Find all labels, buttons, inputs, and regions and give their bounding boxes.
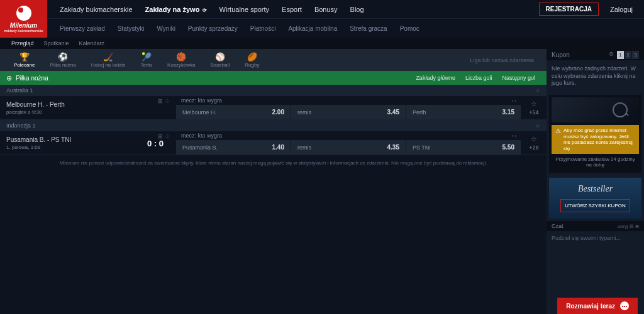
logo-subtitle: zakłady bukmacherskie — [4, 29, 43, 33]
match-info[interactable]: Pusamania B. - PS TNI 1. połowa, 1:08 0 … — [0, 131, 176, 154]
betslip-title: Kupon — [552, 51, 570, 58]
sport-nav: 🏆Polecane ⚽Piłka nożna 🏒Hokej na lodzie … — [0, 49, 547, 71]
quick-coupon-button[interactable]: UTWÓRZ SZYBKI KUPON — [560, 199, 630, 212]
nav-wrapper: Zakłady bukmacherskie Zakłady na żywo ⟳ … — [47, 0, 644, 38]
chat-bubble-icon: ••• — [620, 301, 629, 310]
market-nav-arrows[interactable]: ‹ › — [511, 133, 516, 139]
chat-hide-button[interactable]: ukryj ⊟ R — [618, 224, 639, 229]
outcome-away[interactable]: Perth3.15 — [406, 105, 521, 119]
more-markets[interactable]: +28 — [529, 144, 538, 151]
chat-header: Czat ukryj ⊟ R — [547, 221, 644, 231]
match-row: Melbourne H. - Perth początek o 9:30 ⊞ ♤… — [0, 96, 547, 120]
subnav-wyniki[interactable]: Wyniki — [151, 25, 182, 32]
outcome-draw[interactable]: remis3.45 — [291, 105, 406, 119]
trophy-icon: 🏆 — [19, 52, 30, 62]
login-warning: ⚠ Aby móc grać przez Internet musisz być… — [552, 125, 639, 154]
live-indicator-icon: ⟳ — [201, 8, 206, 13]
nav-blog[interactable]: Blog — [344, 6, 370, 13]
match-teams: Melbourne H. - Perth — [6, 101, 170, 108]
market-nav-arrows[interactable]: ‹ › — [511, 98, 516, 104]
warning-icon: ⚠ — [555, 127, 561, 151]
logo[interactable]: Milenium zakłady bukmacherskie — [0, 0, 47, 38]
match-info[interactable]: Melbourne H. - Perth początek o 9:30 ⊞ ♤ — [0, 96, 176, 119]
more-markets[interactable]: +54 — [529, 109, 538, 116]
match-action-icons[interactable]: ⊞ ♤ — [158, 133, 170, 139]
sport-polecane[interactable]: 🏆Polecane — [6, 52, 42, 68]
basketball-icon: 🏀 — [176, 52, 186, 62]
betslip-tab-1[interactable]: 1 — [617, 51, 624, 59]
favorite-icon[interactable]: ☆ — [531, 100, 537, 108]
match-action-icons[interactable]: ⊞ ♤ — [158, 98, 170, 104]
nav-primary: Zakłady bukmacherskie Zakłady na żywo ⟳ … — [47, 0, 644, 19]
header: Milenium zakłady bukmacherskie Zakłady b… — [0, 0, 644, 38]
tennis-icon: 🎾 — [142, 52, 152, 62]
hockey-icon: 🏒 — [103, 52, 113, 62]
match-teams: Pusamania B. - PS TNI — [6, 136, 170, 143]
nav-secondary: Pierwszy zakład Statystyki Wyniki Punkty… — [47, 19, 644, 38]
outcome-home[interactable]: Melbourne H.2.00 — [176, 105, 291, 119]
match-score: 0 : 0 — [147, 138, 164, 148]
league-header: Indonezja 1 ☆ — [0, 120, 547, 131]
sport-hockey[interactable]: 🏒Hokej na lodzie — [84, 52, 133, 68]
subnav-strefa[interactable]: Strefa gracza — [343, 25, 393, 32]
sport-basketball[interactable]: 🏀Koszykówka — [160, 52, 203, 68]
match-markets: mecz: kto wygra‹ › Melbourne H.2.00 remi… — [176, 96, 521, 119]
nav-live[interactable]: Zakłady na żywo ⟳ — [139, 6, 213, 13]
promo-footer: Przyjmowanie zakładów 24 godziny na dobę — [552, 154, 639, 170]
filter-next-goal[interactable]: Następny gol — [497, 75, 540, 81]
settings-icon[interactable]: ⚙ — [609, 51, 614, 59]
match-time: początek o 9:30 — [6, 109, 170, 115]
match-row: Pusamania B. - PS TNI 1. połowa, 1:08 0 … — [0, 131, 547, 155]
outcome-away[interactable]: PS TNI5.50 — [406, 140, 521, 154]
promo-image[interactable] — [552, 97, 639, 122]
star-icon[interactable]: ☆ — [535, 87, 540, 94]
star-icon[interactable]: ☆ — [535, 122, 540, 129]
live-chat-button[interactable]: Rozmawiaj teraz ••• — [557, 298, 638, 314]
nav-zaklady[interactable]: Zakłady bukmacherskie — [53, 6, 139, 13]
betslip-tab-2[interactable]: 2 — [625, 51, 631, 59]
logo-text: Milenium — [10, 22, 37, 29]
filter-goals[interactable]: Liczba goli — [460, 75, 497, 81]
sport-tennis[interactable]: 🎾Tenis — [133, 52, 160, 68]
subnav-statystyki[interactable]: Statystyki — [111, 25, 151, 32]
filter-sport-label: Piłka nożna — [16, 75, 48, 82]
filter-bar: ⊕ Piłka nożna Zakłady główne Liczba goli… — [0, 71, 547, 85]
market-header: mecz: kto wygra‹ › — [176, 131, 521, 140]
subnav-pomoc[interactable]: Pomoc — [394, 25, 426, 32]
market-header: mecz: kto wygra‹ › — [176, 96, 521, 105]
subnav-platnosci[interactable]: Płatności — [244, 25, 282, 32]
filter-main-bets[interactable]: Zakłady główne — [411, 75, 460, 81]
login-button[interactable]: Zaloguj — [605, 6, 638, 13]
disclaimer-text: Milenium nie ponosi odpowiedzialności za… — [0, 155, 547, 171]
match-time: 1. połowa, 1:08 — [6, 144, 170, 150]
favorite-icon[interactable]: ☆ — [531, 135, 537, 143]
outcome-home[interactable]: Pusamania B.1.40 — [176, 140, 291, 154]
outcome-draw[interactable]: remis4.35 — [291, 140, 406, 154]
search-input[interactable]: Liga lub nazwa zdarzenia — [267, 57, 540, 63]
league-name: Australia 1 — [6, 87, 33, 94]
sport-rugby[interactable]: 🏉Rugby — [237, 52, 267, 68]
subnav-pierwszy[interactable]: Pierwszy zakład — [53, 25, 111, 32]
nav-bonusy[interactable]: Bonusy — [308, 6, 344, 13]
league-name: Indonezja 1 — [6, 122, 36, 129]
subnav-punkty[interactable]: Punkty sprzedaży — [182, 25, 244, 32]
subnav-aplikacja[interactable]: Aplikacja mobilna — [282, 25, 343, 32]
nav-virtual[interactable]: Wirtualne sporty — [213, 6, 275, 13]
tab-spotkanie[interactable]: Spotkanie — [39, 40, 74, 46]
sport-football[interactable]: ⚽Piłka nożna — [42, 52, 83, 68]
chat-placeholder[interactable]: Podziel się swoimi typami... — [547, 231, 644, 245]
register-button[interactable]: REJESTRACJA — [539, 3, 599, 16]
match-extra: ☆ +54 — [521, 96, 547, 119]
nav-esport[interactable]: Esport — [275, 6, 308, 13]
betslip-empty-message: Nie wybrano żadnych zdarzeń. W celu wybr… — [547, 60, 644, 92]
logo-ball-icon — [16, 6, 31, 21]
betslip-tab-3[interactable]: 3 — [632, 51, 639, 59]
sport-baseball[interactable]: ⚾Baseball — [203, 52, 238, 68]
tab-przeglad[interactable]: Przegląd — [6, 40, 39, 46]
football-icon: ⚽ — [58, 52, 68, 62]
tab-kalendarz[interactable]: Kalendarz — [74, 40, 110, 46]
magnifier-icon — [613, 102, 628, 117]
bestseller-box: Bestseller UTWÓRZ SZYBKI KUPON — [549, 178, 641, 219]
betslip-header: Kupon ⚙ 1 2 3 — [547, 49, 644, 60]
main-panel: 🏆Polecane ⚽Piłka nożna 🏒Hokej na lodzie … — [0, 49, 547, 314]
